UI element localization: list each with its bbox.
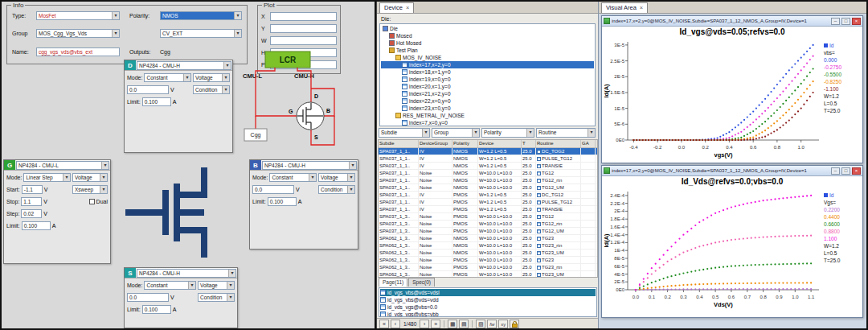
value-input-s[interactable]: 0.0 (127, 293, 169, 302)
voltage-select-b[interactable]: Voltage (318, 173, 355, 182)
grid-view-icon[interactable] (448, 320, 457, 328)
lock-icon[interactable] (510, 320, 519, 328)
mode-select-s[interactable]: Constant (144, 281, 196, 290)
limit-input-d[interactable]: 0.100 (142, 97, 171, 106)
tree-item[interactable]: index=20,x=1,y=0 (381, 83, 594, 90)
device-table-row[interactable]: SPA037_1_1..IVNMOSW=1.2 L=0.525.0DC_TOG2 (379, 148, 597, 155)
instrument-select-b[interactable]: NP4284 - CMU-H (262, 161, 357, 170)
cv-select[interactable]: CV_EXT (160, 29, 242, 38)
device-table-row[interactable]: SPA037_1_1..IVNMOSW=1.2 L=0.525.0PULSE_T… (379, 155, 597, 163)
tree-item[interactable]: Test Plan (381, 47, 594, 54)
instrument-select-s[interactable]: NP4284 - CMU-H (137, 269, 236, 278)
tree-item[interactable]: index=19,x=0,y=0 (381, 76, 594, 83)
instrument-select-g[interactable]: NP4284 - CMU-L (16, 161, 109, 170)
device-table-row[interactable]: SPA037_1_3..NoisePMOSW=10.0 L=10.025.0TG… (379, 228, 597, 235)
filter-polarity[interactable]: Polarity (481, 128, 534, 138)
close-button[interactable] (852, 167, 861, 175)
device-table-row[interactable]: SPA062_1_3..NoisePMOSW=10.0 L=10.025.0TG… (379, 271, 597, 278)
prev-page-button[interactable] (391, 320, 400, 328)
device-table-row[interactable]: SPA037_1_3..NoisePMOSW=10.0 L=10.025.0TG… (379, 213, 597, 221)
page-list-item[interactable]: id_vgs_vbs@vds=vdsl (380, 289, 596, 296)
device-table-row[interactable]: SPA062_1_3..NoiseNMOSW=10.0 L=10.025.0TG… (379, 242, 597, 250)
polarity-select[interactable]: NMOS (160, 11, 242, 20)
formula-icon[interactable] (487, 320, 497, 328)
mode-select-b[interactable]: Constant (269, 173, 317, 182)
chart-window-titlebar[interactable]: index=17,x=2,y=0@MOS_IV_NOISE,Subdie=SPA… (602, 16, 862, 27)
tab-close-icon[interactable]: × (406, 3, 409, 13)
sheet-view-icon[interactable] (459, 320, 469, 328)
tree-item[interactable]: index=23,x=0,y=0 (381, 105, 594, 112)
step-input[interactable]: 0.02 (21, 209, 42, 218)
device-table-row[interactable]: SPA037_1_1..NoiseNMOSW=10.0 L=10.025.0TG… (379, 177, 597, 184)
instrument-select-d[interactable]: NP4284 - CMU-H (137, 61, 231, 70)
first-page-button[interactable] (379, 320, 389, 328)
maximize-button[interactable] (841, 18, 850, 25)
device-table-row[interactable]: SPA062_1_3..NoiseNMOSW=10.0 L=10.025.0TG… (379, 250, 597, 257)
name-input[interactable]: cgg_vgs_vds@vbs_ext (36, 47, 120, 56)
tree-item[interactable]: Hot Mosed (381, 39, 594, 47)
dual-checkbox[interactable] (89, 199, 95, 204)
plot-field-input-w[interactable] (270, 36, 337, 45)
page-list-item[interactable]: id_vds_vgs@vbs=vbb (380, 311, 596, 317)
tab-visual-area[interactable]: Visual Area × (601, 2, 648, 13)
voltage-select-g[interactable]: Voltage (72, 173, 108, 182)
device-table-row[interactable]: SPA037_1_1..NoiseNMOSW=10.0 L=10.025.0TG… (379, 184, 597, 192)
col-header-polarity[interactable]: Polarity (452, 140, 478, 147)
tree-item[interactable]: index=17,x=2,y=0 (381, 61, 594, 68)
device-table-row[interactable]: SPA037_1_1..IVNMOSW=1.2 L=0.525.0TRANSIE (379, 163, 597, 170)
maximize-button[interactable] (841, 167, 850, 175)
col-header-routine[interactable]: Routine (536, 140, 581, 147)
tree-item[interactable]: index=18,x=1,y=0 (381, 68, 594, 76)
tree-item[interactable]: index=7,x=0,y=0 (381, 119, 594, 126)
minimize-button[interactable] (831, 18, 840, 25)
device-table-row[interactable]: SPA062_1_3..NoisePMOSW=10.0 L=10.025.0TG… (379, 257, 597, 264)
xsweep-select[interactable]: Xsweep (72, 185, 108, 194)
condition-select-b[interactable]: Condition (318, 185, 355, 194)
voltage-select-s[interactable]: Voltage (198, 281, 235, 290)
device-table-row[interactable]: SPA037_1_3..NoisePMOSW=10.0 L=10.025.0TG… (379, 221, 597, 228)
condition-select-d[interactable]: Condition (193, 85, 230, 94)
tab-page[interactable]: Page(11) (379, 278, 407, 287)
device-table-row[interactable]: SPA062_1_3..NoisePMOSW=10.0 L=10.025.0TG… (379, 264, 597, 271)
axes-icon[interactable] (498, 320, 508, 328)
tree-item[interactable]: Die (381, 25, 594, 32)
tree-item[interactable]: RES_METRAL_IV_NOISE (381, 112, 594, 119)
col-header-devicegroup[interactable]: DeviceGroup (419, 140, 452, 147)
device-table-row[interactable]: SPA062_1_3..NoiseNMOSW=10.0 L=10.025.0TG… (379, 235, 597, 242)
col-header-subdie[interactable]: Subdie (379, 140, 419, 147)
tree-item[interactable]: index=21,x=2,y=0 (381, 90, 594, 97)
page-list-item[interactable]: id_vds_vgs@vbs=0.0 (380, 303, 596, 311)
next-page-button[interactable] (420, 320, 429, 328)
mode-select-d[interactable]: Constant (144, 73, 191, 82)
filter-routine[interactable]: Routine (536, 128, 596, 138)
tree-item[interactable]: MOS_IV_NOISE (381, 54, 594, 61)
col-header-t[interactable]: T (522, 140, 536, 147)
tab-spec[interactable]: Spec(0) (408, 278, 435, 287)
plot-field-input-y[interactable] (270, 24, 337, 33)
tab-device[interactable]: Device × (379, 2, 414, 13)
tab-close-icon[interactable]: × (640, 3, 643, 13)
filter-group[interactable]: Group (432, 128, 480, 138)
close-button[interactable] (852, 18, 861, 25)
group-select[interactable]: MOS_Cgg_Vgs_Vds (36, 29, 120, 38)
minimize-button[interactable] (831, 167, 840, 175)
col-header-ga[interactable]: GA (581, 140, 596, 147)
limit-input-b[interactable]: 0.100 (268, 197, 297, 206)
device-table-row[interactable]: SPA037_1_1..IVPMOSW=1.2 L=0.525.0DC_TG12 (379, 192, 597, 199)
plot-field-input-x[interactable] (270, 12, 337, 21)
mode-select-g[interactable]: Linear Step (23, 173, 71, 182)
id-vds-plot[interactable]: 0.00.10.20.30.40.50.60.70.80.91.01.10E02… (602, 187, 824, 309)
id-vgs-plot[interactable]: -0.4-0.20.00.20.40.60.81.00E05E-61E-51.5… (602, 37, 824, 159)
voltage-select-d[interactable]: Voltage (193, 73, 230, 82)
tree-item[interactable]: index=22,x=0,y=0 (381, 97, 594, 105)
device-table-row[interactable]: SPA037_1_1..IVPMOSW=1.2 L=0.525.0PULSE_T… (379, 199, 597, 206)
chart-view-icon[interactable] (476, 320, 485, 328)
value-input-b[interactable]: 0.0 (252, 185, 294, 194)
tree-item[interactable]: Mosed (381, 32, 594, 39)
device-table-row[interactable]: SPA037_1_1..NoiseNMOSW=10.0 L=10.025.0TG… (379, 170, 597, 177)
stop-input[interactable]: 1.1 (21, 197, 42, 206)
limit-input-s[interactable]: 0.100 (142, 305, 171, 314)
filter-subdie[interactable]: Subdie (379, 128, 430, 138)
device-table-row[interactable]: SPA037_1_1..IVPMOSW=1.2 L=0.525.0TRANSIE (379, 206, 597, 213)
page-list-item[interactable]: id_vgs_vbs@vds=vdd (380, 296, 596, 303)
